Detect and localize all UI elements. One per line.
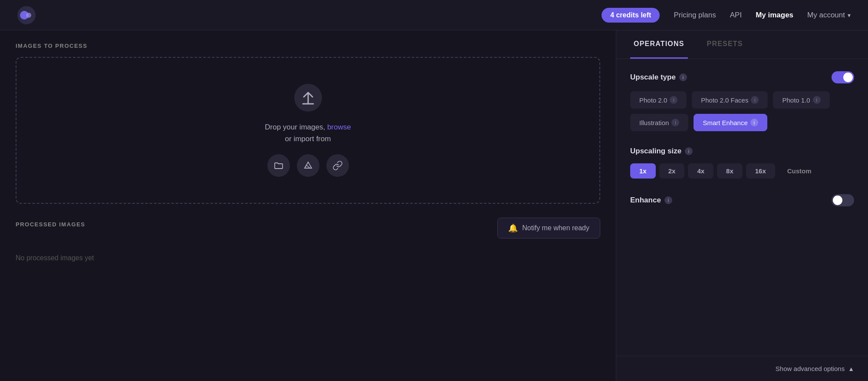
right-panel: OPERATIONS PRESETS Upscale type i [616,30,868,381]
browse-link[interactable]: browse [327,123,351,131]
upscale-option-photo2[interactable]: Photo 2.0 i [630,91,687,109]
google-drive-import-button[interactable] [297,154,319,177]
pricing-plans-link[interactable]: Pricing plans [674,11,716,20]
my-account-label: My account [807,11,845,20]
tab-operations[interactable]: OPERATIONS [630,30,688,59]
size-1x-button[interactable]: 1x [630,163,656,179]
upscale-option-smart[interactable]: Smart Enhance i [694,114,767,131]
processed-section: PROCESSED IMAGES 🔔 Notify me when ready … [16,218,600,369]
upscale-option-illustration[interactable]: Illustration i [630,114,688,131]
folder-import-button[interactable] [267,154,290,177]
upscale-type-toggle[interactable] [832,71,854,83]
upscale-type-row: Upscale type i [630,71,854,83]
enhance-section: Enhance i [630,194,854,214]
notify-button[interactable]: 🔔 Notify me when ready [497,218,600,239]
upscale-option-photo1[interactable]: Photo 1.0 i [773,91,829,109]
left-panel: IMAGES TO PROCESS Drop your images, brow… [0,30,616,381]
photo2-info-icon[interactable]: i [670,96,677,104]
upscale-type-section: Upscale type i Photo 2.0 i Photo 2.0 Fac… [630,71,854,131]
upscaling-size-section: Upscaling size i 1x 2x 4x 8x 16x Custom [630,147,854,179]
drop-text-suffix: or import from [285,135,331,143]
import-icons [267,154,349,177]
enhance-label: Enhance i [630,196,672,205]
photo1-info-icon[interactable]: i [813,96,821,104]
photo2faces-info-icon[interactable]: i [751,96,759,104]
enhance-info-icon[interactable]: i [664,196,672,204]
my-images-link[interactable]: My images [756,11,793,20]
header-nav: 4 credits left Pricing plans API My imag… [602,8,851,23]
drop-text: Drop your images, browse or import from [265,121,351,145]
my-account-menu[interactable]: My account ▾ [807,11,851,20]
processed-section-label: PROCESSED IMAGES [16,221,85,228]
upscale-type-info-icon[interactable]: i [679,73,687,81]
size-options: 1x 2x 4x 8x 16x Custom [630,163,854,179]
advanced-options-label: Show advanced options [776,365,845,372]
size-2x-button[interactable]: 2x [659,163,685,179]
logo[interactable] [17,6,36,24]
drop-zone[interactable]: Drop your images, browse or import from [16,57,600,204]
upscaling-size-row: Upscaling size i [630,147,854,156]
svg-point-2 [26,13,31,18]
credits-badge[interactable]: 4 credits left [602,8,660,23]
drop-text-prefix: Drop your images, [265,123,327,131]
tab-presets[interactable]: PRESETS [704,30,746,59]
chevron-up-icon: ▲ [848,365,854,372]
upscale-type-label: Upscale type i [630,73,687,82]
upscale-options: Photo 2.0 i Photo 2.0 Faces i Photo 1.0 … [630,91,854,131]
api-link[interactable]: API [730,11,742,20]
processed-header: PROCESSED IMAGES 🔔 Notify me when ready [16,218,600,239]
operations-content: Upscale type i Photo 2.0 i Photo 2.0 Fac… [616,59,868,356]
bell-icon: 🔔 [508,223,518,233]
upscale-type-toggle-thumb [843,73,853,82]
upload-section-label: IMAGES TO PROCESS [16,43,600,49]
size-4x-button[interactable]: 4x [688,163,713,179]
illustration-info-icon[interactable]: i [671,119,679,126]
notify-button-label: Notify me when ready [522,224,589,232]
size-custom-button[interactable]: Custom [779,164,820,178]
enhance-toggle-thumb [833,195,842,205]
main-content: IMAGES TO PROCESS Drop your images, brow… [0,30,868,381]
show-advanced-options-bar[interactable]: Show advanced options ▲ [616,356,868,381]
url-import-button[interactable] [326,154,349,177]
size-8x-button[interactable]: 8x [717,163,743,179]
enhance-toggle[interactable] [832,194,854,206]
enhance-row: Enhance i [630,194,854,206]
upscaling-size-info-icon[interactable]: i [685,147,693,155]
upscaling-size-label: Upscaling size i [630,147,693,156]
smart-info-icon[interactable]: i [750,119,758,126]
chevron-down-icon: ▾ [848,12,851,19]
no-images-text: No processed images yet [16,254,600,262]
tabs: OPERATIONS PRESETS [616,30,868,59]
size-16x-button[interactable]: 16x [746,163,775,179]
header: 4 credits left Pricing plans API My imag… [0,0,868,30]
upscale-option-photo2faces[interactable]: Photo 2.0 Faces i [692,91,768,109]
upload-icon [294,84,322,113]
